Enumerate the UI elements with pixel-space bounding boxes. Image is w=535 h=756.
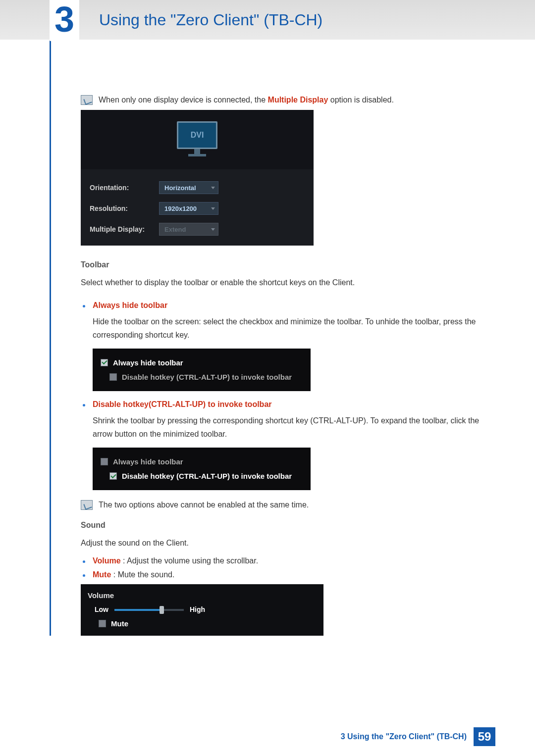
cb1-row2-label: Disable hotkey (CTRL-ALT-UP) to invoke t… [122, 373, 292, 381]
volume-panel-title: Volume [88, 591, 317, 600]
toolbar-bullets: Always hide toolbar Hide the toolbar on … [81, 301, 495, 491]
sound-bullets: Volume : Adjust the volume using the scr… [81, 556, 495, 579]
multiple-display-row: Multiple Display: Extend [90, 223, 305, 236]
note-mutual-exclusive-text: The two options above cannot be enabled … [99, 499, 309, 511]
monitor-base [188, 154, 206, 156]
bullet-disable-hotkey-desc: Shrink the toolbar by pressing the corre… [93, 414, 495, 441]
sound-heading: Sound [81, 521, 495, 530]
page-header: 3 Using the "Zero Client" (TB-CH) [0, 0, 535, 40]
mute-row: Mute [88, 619, 317, 628]
mute-checkbox[interactable] [99, 620, 106, 627]
multiple-display-value: Extend [164, 226, 186, 233]
note-highlight: Multiple Display [268, 96, 328, 104]
volume-low-label: Low [95, 605, 108, 613]
slider-fill [114, 609, 161, 611]
page-title: Using the "Zero Client" (TB-CH) [99, 11, 322, 29]
multiple-display-label: Multiple Display: [90, 225, 159, 233]
mute-label: Mute [93, 570, 111, 579]
volume-desc: : Adjust the volume using the scrollbar. [121, 556, 258, 565]
multiple-display-dropdown: Extend [159, 223, 218, 236]
bullet-mute: Mute : Mute the sound. [81, 570, 495, 579]
sound-body: Adjust the sound on the Client. [81, 537, 495, 550]
cb2-row1: Always hide toolbar [99, 454, 305, 469]
orientation-value: Horizontal [164, 184, 196, 192]
cb1-row2: Disable hotkey (CTRL-ALT-UP) to invoke t… [99, 370, 305, 384]
cb1-row1-label: Always hide toolbar [113, 358, 183, 367]
always-hide-checkbox-2[interactable] [101, 458, 108, 465]
chevron-down-icon [211, 228, 215, 231]
bullet-disable-hotkey-title: Disable hotkey(CTRL-ALT-UP) to invoke to… [93, 400, 495, 409]
page-footer: 3 Using the "Zero Client" (TB-CH) 59 [341, 727, 495, 746]
volume-panel: Volume Low High Mute [81, 584, 323, 636]
cb2-row1-label: Always hide toolbar [113, 457, 183, 466]
bullet-disable-hotkey: Disable hotkey(CTRL-ALT-UP) to invoke to… [81, 400, 495, 490]
note-suffix: option is disabled. [328, 96, 394, 104]
checkbox-panel-1: Always hide toolbar Disable hotkey (CTRL… [93, 349, 311, 391]
bullet-always-hide-title: Always hide toolbar [93, 301, 495, 310]
orientation-row: Orientation: Horizontal [90, 181, 305, 194]
footer-text: 3 Using the "Zero Client" (TB-CH) [341, 732, 467, 741]
volume-slider-row: Low High [88, 605, 317, 613]
chevron-down-icon [211, 207, 215, 210]
resolution-value: 1920x1200 [164, 205, 197, 212]
mute-desc: : Mute the sound. [111, 570, 174, 579]
bullet-always-hide: Always hide toolbar Hide the toolbar on … [81, 301, 495, 391]
note-prefix: When only one display device is connecte… [99, 96, 268, 104]
cb1-row1: Always hide toolbar [99, 355, 305, 370]
cb2-row2: Disable hotkey (CTRL-ALT-UP) to invoke t… [99, 469, 305, 483]
checkbox-panel-2: Always hide toolbar Disable hotkey (CTRL… [93, 448, 311, 490]
note-multiple-display: When only one display device is connecte… [81, 94, 495, 106]
always-hide-checkbox[interactable] [101, 359, 108, 366]
content-area: When only one display device is connecte… [50, 40, 495, 636]
orientation-label: Orientation: [90, 184, 159, 192]
chevron-down-icon [211, 187, 215, 189]
display-settings-rows: Orientation: Horizontal Resolution: 1920… [81, 169, 314, 246]
monitor-icon: DVI [177, 121, 217, 158]
display-preview-area: DVI [81, 110, 314, 169]
slider-thumb[interactable] [160, 606, 164, 614]
resolution-dropdown[interactable]: 1920x1200 [159, 202, 218, 215]
toolbar-heading: Toolbar [81, 260, 495, 269]
disable-hotkey-checkbox-2[interactable] [109, 472, 117, 480]
bullet-always-hide-desc: Hide the toolbar on the screen: select t… [93, 315, 495, 342]
chapter-number: 3 [50, 0, 79, 41]
resolution-row: Resolution: 1920x1200 [90, 202, 305, 215]
note-icon [81, 500, 93, 510]
volume-high-label: High [190, 605, 205, 613]
orientation-dropdown[interactable]: Horizontal [159, 181, 218, 194]
monitor-stand [194, 149, 200, 154]
resolution-label: Resolution: [90, 204, 159, 212]
page-number: 59 [474, 727, 495, 746]
bullet-volume: Volume : Adjust the volume using the scr… [81, 556, 495, 565]
volume-label: Volume [93, 556, 121, 565]
cb2-row2-label: Disable hotkey (CTRL-ALT-UP) to invoke t… [122, 472, 292, 480]
note-icon [81, 95, 93, 105]
monitor-screen: DVI [177, 121, 217, 149]
mute-checkbox-label: Mute [111, 619, 128, 628]
disable-hotkey-checkbox[interactable] [109, 373, 117, 381]
display-settings-panel: DVI Orientation: Horizontal Resolution: [81, 110, 314, 246]
toolbar-body: Select whether to display the toolbar or… [81, 276, 495, 289]
note-text: When only one display device is connecte… [99, 94, 394, 106]
note-mutual-exclusive: The two options above cannot be enabled … [81, 499, 495, 511]
volume-slider[interactable] [114, 606, 184, 613]
